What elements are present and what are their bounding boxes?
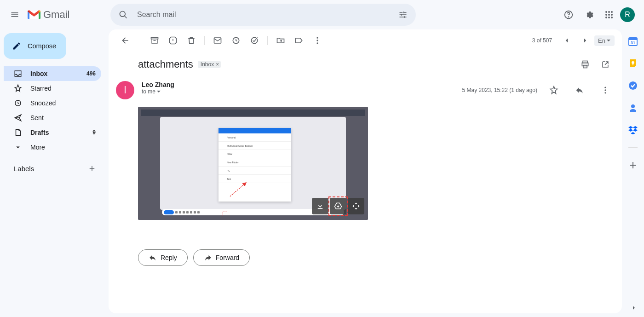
compose-button[interactable]: Compose	[4, 33, 66, 59]
star-icon	[549, 86, 558, 95]
recipient-dropdown[interactable]: to me	[142, 88, 455, 95]
drive-add-icon	[334, 202, 342, 210]
svg-point-6	[608, 14, 610, 16]
input-method-button[interactable]: En	[594, 35, 615, 46]
calendar-app-icon[interactable]: 31	[628, 37, 638, 46]
screenshot-dropbox-dialog: PersonalMultiCloud Cloud BackupNEWNew Fo…	[218, 128, 291, 202]
popout-icon	[601, 60, 610, 69]
print-button[interactable]	[576, 55, 594, 74]
label-chip[interactable]: Inbox ×	[198, 61, 221, 68]
sidebar-item-more[interactable]: More	[4, 140, 101, 155]
labels-button[interactable]	[290, 31, 308, 50]
svg-point-19	[316, 42, 318, 44]
remove-label-icon[interactable]: ×	[216, 61, 219, 68]
label-icon	[294, 36, 304, 45]
search-options-button[interactable]	[394, 6, 412, 24]
report-spam-button[interactable]	[164, 31, 182, 50]
older-button[interactable]	[576, 31, 594, 50]
download-attachment-button[interactable]	[312, 198, 328, 214]
chevron-left-icon	[563, 36, 571, 45]
add-task-button[interactable]	[245, 31, 264, 50]
sidebar-item-sent[interactable]: Sent	[4, 110, 101, 125]
email-body: PersonalMultiCloud Cloud BackupNEWNew Fo…	[109, 103, 622, 227]
sidebar-item-snoozed[interactable]: Snoozed	[4, 96, 101, 110]
side-panel: 31	[622, 29, 644, 317]
expand-side-panel-button[interactable]	[630, 304, 638, 311]
star-icon	[14, 84, 22, 92]
svg-point-7	[611, 14, 613, 16]
trash-icon	[187, 36, 196, 45]
photos-icon	[352, 202, 360, 210]
gmail-logo[interactable]: Gmail	[28, 9, 69, 21]
header-right: R	[559, 6, 640, 24]
svg-point-8	[605, 17, 607, 18]
compose-label: Compose	[28, 42, 56, 50]
caret-down-icon	[606, 38, 611, 43]
plus-icon	[88, 164, 96, 173]
reply-icon	[149, 254, 157, 262]
sidebar-item-drafts[interactable]: Drafts9	[4, 125, 101, 140]
sidebar-item-starred[interactable]: Starred	[4, 81, 101, 96]
newer-button[interactable]	[558, 31, 576, 50]
reply-icon-button[interactable]	[570, 81, 589, 99]
sender-avatar[interactable]: l	[116, 81, 134, 99]
svg-point-18	[316, 40, 318, 41]
gmail-icon	[28, 10, 40, 20]
header-left: Gmail	[4, 4, 110, 26]
attachment-image[interactable]: PersonalMultiCloud Cloud BackupNEWNew Fo…	[138, 107, 368, 220]
sender-name[interactable]: Leo Zhang	[142, 81, 455, 88]
main-menu-button[interactable]	[4, 4, 26, 26]
lang-label: En	[598, 37, 605, 44]
search-bar[interactable]	[110, 4, 416, 26]
apps-button[interactable]	[600, 6, 618, 24]
svg-point-5	[605, 14, 607, 16]
subject-row: attachments Inbox ×	[109, 52, 622, 77]
more-button[interactable]	[308, 31, 327, 50]
move-to-button[interactable]	[271, 31, 290, 50]
reply-button[interactable]: Reply	[138, 249, 188, 266]
forward-button[interactable]: Forward	[193, 249, 250, 266]
draft-icon	[14, 128, 22, 137]
print-icon	[581, 60, 590, 69]
keep-app-icon[interactable]	[628, 59, 638, 68]
open-new-window-button[interactable]	[596, 55, 615, 74]
to-line: to me	[142, 88, 155, 95]
svg-rect-12	[151, 37, 158, 39]
sidebar-item-label: Snoozed	[30, 99, 96, 107]
mark-unread-button[interactable]	[208, 31, 227, 50]
account-avatar[interactable]: R	[620, 7, 635, 22]
support-button[interactable]	[559, 6, 578, 24]
email-more-button[interactable]	[596, 81, 615, 99]
tasks-app-icon[interactable]	[628, 81, 638, 90]
search-input[interactable]	[136, 10, 390, 19]
snooze-button[interactable]	[227, 31, 245, 50]
svg-text:31: 31	[631, 40, 635, 45]
gear-icon	[584, 10, 594, 20]
sidebar-item-inbox[interactable]: Inbox496	[4, 66, 101, 81]
back-button[interactable]	[116, 31, 134, 50]
delete-button[interactable]	[182, 31, 201, 50]
apps-icon	[605, 11, 613, 19]
screenshot-file-row: NEW	[218, 150, 291, 158]
dropbox-app-icon[interactable]	[628, 125, 638, 134]
svg-point-3	[608, 11, 610, 13]
send-icon	[14, 114, 22, 122]
more-icon	[14, 143, 22, 151]
help-icon	[564, 10, 574, 20]
labels-title: Labels	[14, 165, 34, 173]
add-to-drive-button[interactable]	[330, 198, 346, 214]
settings-button[interactable]	[580, 6, 598, 24]
star-button[interactable]	[545, 81, 563, 99]
get-addons-button[interactable]	[628, 161, 638, 170]
sidebar-item-count: 9	[92, 129, 96, 136]
svg-point-24	[604, 89, 606, 91]
screenshot-file-row: Personal	[218, 133, 291, 142]
search-button[interactable]	[114, 6, 132, 24]
contacts-app-icon[interactable]	[628, 103, 638, 112]
hamburger-icon	[10, 10, 19, 19]
archive-button[interactable]	[145, 31, 164, 50]
save-to-photos-button[interactable]	[348, 198, 364, 214]
svg-point-32	[631, 104, 635, 108]
chevron-right-icon	[581, 36, 589, 45]
add-label-button[interactable]	[86, 162, 98, 175]
